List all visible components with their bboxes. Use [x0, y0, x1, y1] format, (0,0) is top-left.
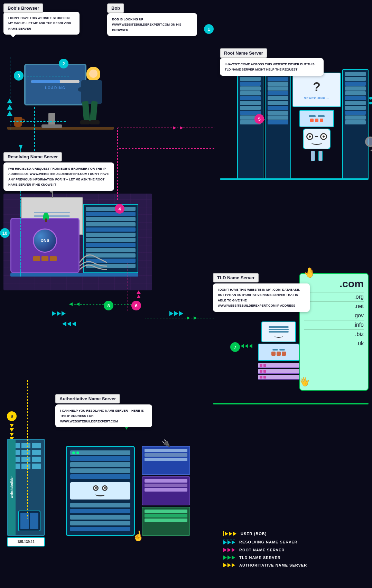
bobs-browser-bubble: I DON'T HAVE THIS WEBSITE STORED IN MY C…	[3, 12, 80, 35]
legend-label-auth: AUTHORITATIVE NAME SERVER	[239, 563, 307, 567]
legend-label-user: USER (BOB)	[241, 532, 267, 536]
website-block-section: 9	[3, 411, 52, 550]
step-2-circle: 2	[59, 59, 68, 68]
legend-label-tld: TLD NAME SERVER	[239, 556, 281, 560]
svg-marker-21	[69, 302, 73, 306]
resolving-server-section: Resolving Name Server I'VE RECIEVED A RE…	[3, 152, 152, 290]
website-label: websitebuilder	[10, 476, 13, 498]
legend-label-resolving: RESOLVING NAME SERVER	[239, 540, 298, 544]
searching-screen: ? SEARCHING...	[292, 73, 341, 107]
root-server-section: Root Name Server I HAVEN'T COME ACROSS T…	[220, 48, 369, 180]
tld-uk: .uk	[304, 339, 364, 348]
step-5-circle: 5	[254, 114, 264, 124]
diagram-container: Bob's Browser I DON'T HAVE THIS WEBSITE …	[0, 0, 372, 588]
step-7-circle: 7	[230, 342, 240, 352]
step-6-circle: 6	[131, 301, 141, 310]
legend-item-tld: TLD NAME SERVER	[223, 556, 355, 560]
step-3-circle: 3	[14, 71, 24, 81]
legend-arrows-user	[223, 531, 236, 536]
resolving-server-label: Resolving Name Server	[3, 152, 62, 161]
step-4-circle: 4	[115, 204, 124, 214]
loading-text: LOADING	[31, 86, 80, 90]
searching-text: SEARCHING...	[304, 96, 329, 100]
root-server-bubble: I HAVEN'T COME ACROSS THIS WEBSITE EITHE…	[220, 58, 324, 76]
tld-com: .com	[304, 278, 364, 292]
step-10-circle: 10	[0, 228, 10, 238]
svg-marker-19	[194, 316, 197, 320]
auth-server-bubble: I CAN HELP YOU RESOLVING NAME SERVER – H…	[55, 404, 152, 427]
step-1-circle: 1	[204, 24, 214, 34]
bob-label: Bob	[107, 3, 124, 13]
tld-server-section: TLD Name Server I DON'T HAVE THIS WEBSIT…	[213, 273, 369, 404]
tld-net: .net	[304, 302, 364, 311]
bob-bubble: BOB IS LOOKING UP WWW.WEBSITEBUILDEREXPE…	[107, 13, 197, 36]
tld-org: .org	[304, 292, 364, 302]
tld-biz: .biz	[304, 330, 364, 339]
bobs-browser-label: Bob's Browser	[3, 3, 43, 13]
root-server-label: Root Name Server	[220, 48, 267, 58]
tld-server-label: TLD Name Server	[213, 273, 259, 282]
step-8-circle: 8	[104, 301, 113, 310]
auth-server-label: Authoritative Name Server	[55, 394, 120, 403]
svg-marker-16	[173, 126, 176, 130]
legend-item-user: USER (BOB)	[223, 531, 355, 536]
tld-server-bubble: I DON'T HAVE THIS WEBSITE IN MY '.COM' D…	[213, 283, 310, 312]
legend-label-root: ROOT NAME SERVER	[239, 548, 285, 552]
legend-item-root: ROOT NAME SERVER	[223, 548, 355, 552]
legend-item-resolving: RESOLVING NAME SERVER	[223, 540, 355, 544]
legend-section: USER (BOB) RESOLVING NAME SERVER ROOT NA…	[223, 531, 355, 571]
svg-marker-18	[187, 316, 190, 320]
tld-gov: .gov	[304, 311, 364, 320]
resolving-server-bubble: I'VE RECIEVED A REQUEST FROM BOB'S BROWS…	[3, 162, 114, 191]
step-9-circle: 9	[7, 411, 17, 421]
svg-marker-17	[180, 126, 183, 130]
ip-display: 185.139.11	[7, 537, 45, 547]
svg-marker-20	[76, 302, 80, 306]
auth-server-section: Authoritative Name Server I CAN HELP YOU…	[55, 394, 194, 543]
tld-info: .info	[304, 320, 364, 330]
bob-section: Bob 1 BOB IS LOOKING UP WWW.WEBSITEBUILD…	[107, 3, 225, 36]
legend-item-auth: AUTHORITATIVE NAME SERVER	[223, 563, 355, 567]
